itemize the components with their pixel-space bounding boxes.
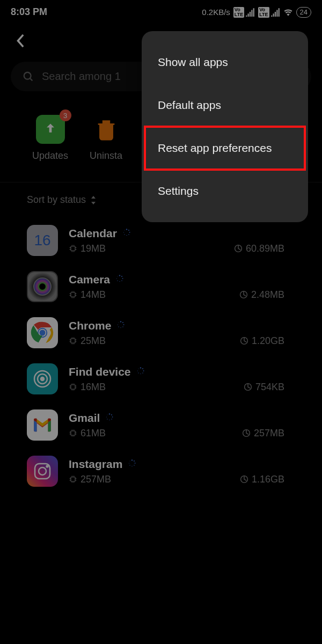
svg-point-14 [121, 280, 122, 281]
svg-point-59 [39, 467, 46, 475]
data-size: 1.20GB [240, 335, 284, 347]
svg-point-3 [129, 232, 130, 233]
svg-point-65 [132, 465, 133, 466]
data-size: 60.89MB [234, 243, 284, 254]
svg-point-26 [122, 321, 123, 323]
loading-spinner-icon [122, 228, 131, 239]
svg-point-31 [118, 324, 118, 325]
app-name: Instagram [69, 458, 122, 471]
svg-point-12 [121, 275, 122, 276]
status-indicators: 0.2KB/s VoLTE VoLTE 24 [202, 7, 311, 18]
app-icon [27, 456, 58, 487]
svg-point-27 [123, 324, 125, 325]
svg-point-64 [134, 465, 135, 466]
options-menu: Show all appsDefault appsReset app prefe… [142, 31, 308, 222]
app-info: Gmail 61MB 257MB [69, 412, 295, 439]
svg-point-0 [24, 72, 31, 79]
svg-point-15 [119, 281, 120, 281]
svg-point-60 [47, 466, 48, 467]
svg-rect-56 [71, 431, 75, 435]
menu-item[interactable]: Reset app preferences [145, 127, 305, 170]
svg-point-49 [111, 414, 112, 415]
svg-point-67 [129, 463, 129, 463]
svg-point-8 [124, 230, 125, 230]
uninstall-action[interactable]: Uninsta [90, 115, 122, 162]
app-size: 19MB [69, 243, 106, 254]
svg-point-40 [143, 370, 144, 371]
app-name: Chrome [69, 319, 111, 332]
svg-point-51 [112, 419, 113, 420]
app-info: Find device 16MB 754KB [69, 365, 295, 393]
app-icon: 16 [27, 225, 58, 256]
app-row[interactable]: Instagram 257MB 1.16GB [0, 448, 322, 494]
signal-bars-icon [245, 8, 255, 17]
back-button[interactable] [13, 33, 29, 49]
svg-point-30 [119, 326, 119, 327]
svg-point-11 [119, 275, 120, 276]
updates-action[interactable]: 3 Updates [32, 115, 68, 162]
menu-item[interactable]: Show all apps [142, 41, 308, 84]
svg-rect-19 [71, 292, 75, 297]
app-icon [27, 409, 58, 441]
svg-point-45 [138, 368, 138, 369]
app-icon [27, 363, 58, 394]
app-row[interactable]: Find device 16MB 754KB [0, 356, 322, 402]
updates-label: Updates [32, 150, 68, 162]
loading-spinner-icon [116, 320, 125, 331]
svg-rect-69 [71, 477, 75, 481]
app-size: 61MB [69, 428, 106, 439]
loading-spinner-icon [105, 413, 114, 423]
data-size: 257MB [242, 428, 284, 439]
svg-point-48 [109, 413, 110, 414]
sort-arrows-icon [90, 196, 97, 204]
data-size: 2.48MB [239, 289, 284, 301]
loading-spinner-icon [136, 367, 145, 377]
svg-point-32 [119, 322, 119, 323]
svg-point-55 [107, 414, 108, 415]
network-speed: 0.2KB/s [202, 8, 230, 17]
svg-rect-9 [71, 246, 75, 251]
sim1-indicator: VoLTE [233, 7, 255, 18]
app-name: Gmail [69, 412, 100, 425]
volte-icon: VoLTE [233, 7, 244, 18]
svg-point-7 [123, 232, 124, 232]
updates-badge: 3 [60, 109, 71, 121]
loading-spinner-icon [128, 459, 136, 470]
svg-point-5 [126, 235, 127, 235]
app-row[interactable]: Camera 14MB 2.48MB [0, 264, 322, 310]
data-size: 1.16GB [240, 474, 284, 485]
svg-rect-33 [71, 339, 75, 343]
app-icon [27, 271, 58, 302]
app-row[interactable]: Gmail 61MB 257MB [0, 402, 322, 448]
app-info: Chrome 25MB 1.20GB [69, 319, 295, 347]
data-size: 754KB [244, 382, 284, 393]
sort-label: Sort by status [27, 194, 86, 206]
wifi-icon [283, 8, 293, 17]
svg-point-43 [138, 372, 138, 373]
sim2-indicator: VoLTE [258, 7, 280, 18]
menu-item[interactable]: Default apps [142, 84, 308, 127]
menu-item[interactable]: Settings [142, 170, 308, 213]
search-icon [23, 71, 34, 83]
app-size: 14MB [69, 289, 106, 301]
app-row[interactable]: Chrome 25MB 1.20GB [0, 310, 322, 356]
status-bar: 8:03 PM 0.2KB/s VoLTE VoLTE 24 [0, 0, 322, 22]
app-list: 16 Calendar 19MB 60.89MB Camera 14MB 2.4… [0, 217, 322, 494]
svg-point-28 [123, 326, 124, 327]
uninstall-label: Uninsta [90, 150, 122, 162]
svg-point-17 [116, 278, 117, 279]
app-info: Camera 14MB 2.48MB [69, 273, 295, 301]
app-size: 25MB [69, 335, 106, 347]
svg-point-44 [137, 370, 137, 371]
app-row[interactable]: 16 Calendar 19MB 60.89MB [0, 217, 322, 264]
svg-point-52 [109, 419, 110, 420]
svg-point-18 [118, 276, 118, 276]
search-placeholder: Search among 1 [42, 70, 121, 83]
app-icon [27, 317, 58, 348]
svg-point-25 [120, 321, 121, 322]
svg-rect-46 [71, 385, 75, 389]
app-name: Find device [69, 365, 131, 378]
svg-point-37 [41, 377, 44, 380]
app-info: Instagram 257MB 1.16GB [69, 458, 295, 485]
svg-point-68 [130, 460, 130, 461]
